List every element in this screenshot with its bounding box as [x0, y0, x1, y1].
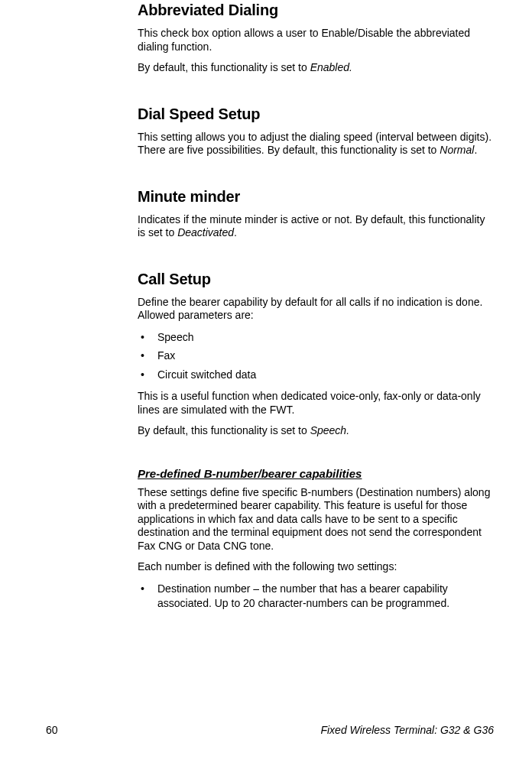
- paragraph: Indicates if the minute minder is active…: [138, 213, 494, 240]
- heading-abbreviated-dialing: Abbreviated Dialing: [138, 2, 494, 19]
- bullet-list: Speech Fax Circuit switched data: [138, 330, 494, 383]
- emphasis: Speech.: [310, 424, 349, 436]
- heading-dial-speed-setup: Dial Speed Setup: [138, 105, 494, 123]
- paragraph: Each number is defined with the followin…: [138, 560, 494, 574]
- text-run: .: [474, 144, 477, 156]
- list-item: Fax: [138, 349, 494, 363]
- heading-call-setup: Call Setup: [138, 271, 494, 288]
- text-run: By default, this functionality is set to: [138, 424, 310, 436]
- paragraph: This check box option allows a user to E…: [138, 27, 494, 54]
- list-item: Speech: [138, 330, 494, 345]
- footer-title: Fixed Wireless Terminal: G32 & G36: [320, 724, 494, 736]
- heading-minute-minder: Minute minder: [138, 188, 494, 206]
- text-run: This setting allows you to adjust the di…: [138, 131, 491, 157]
- page-footer: 60 Fixed Wireless Terminal: G32 & G36: [0, 724, 532, 736]
- paragraph: By default, this functionality is set to…: [138, 424, 494, 438]
- paragraph: These settings define five specific B-nu…: [138, 486, 494, 553]
- text-run: .: [234, 226, 237, 238]
- paragraph: Define the bearer capability by default …: [138, 296, 494, 323]
- page: Abbreviated Dialing This check box optio…: [0, 0, 532, 759]
- emphasis: Deactivated: [177, 226, 234, 238]
- emphasis: Enabled.: [310, 61, 352, 73]
- emphasis: Normal: [440, 144, 474, 156]
- page-number: 60: [46, 724, 58, 736]
- paragraph: This setting allows you to adjust the di…: [138, 131, 494, 157]
- content-area: Abbreviated Dialing This check box optio…: [138, 0, 494, 610]
- paragraph: This is a useful function when dedicated…: [138, 390, 494, 417]
- list-item: Destination number – the number that has…: [138, 582, 494, 611]
- bullet-list: Destination number – the number that has…: [138, 582, 494, 611]
- text-run: By default, this functionality is set to: [138, 61, 310, 73]
- subheading-predefined-bnumber: Pre-defined B-number/bearer capabilities: [138, 467, 494, 480]
- paragraph: By default, this functionality is set to…: [138, 61, 494, 75]
- list-item: Circuit switched data: [138, 368, 494, 382]
